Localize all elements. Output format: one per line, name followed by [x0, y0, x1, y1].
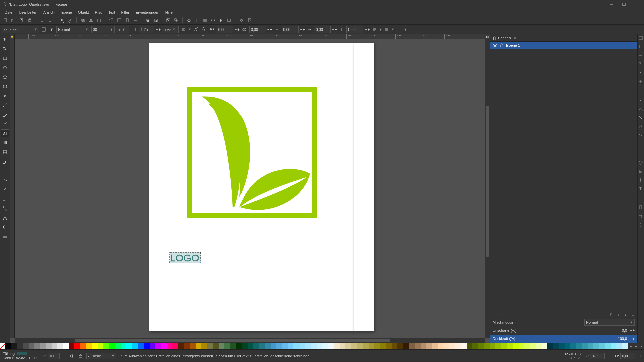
color-swatch[interactable] [98, 343, 103, 349]
menu-view[interactable]: Ansicht [41, 10, 58, 15]
color-swatch[interactable] [150, 343, 155, 349]
color-swatch[interactable] [351, 343, 357, 349]
lpe-tool[interactable] [1, 214, 9, 222]
color-swatch[interactable] [92, 343, 98, 349]
connector-tool[interactable] [1, 204, 9, 213]
snap-midpoint-button[interactable] [638, 70, 644, 76]
gradient-tool[interactable] [1, 139, 9, 147]
undo-button[interactable] [59, 17, 66, 24]
color-swatch[interactable] [461, 343, 467, 349]
save-button[interactable] [18, 17, 25, 24]
color-swatch[interactable] [63, 343, 69, 349]
font-unit-combo[interactable]: pt ▼ [116, 26, 129, 33]
color-swatch[interactable] [369, 343, 374, 349]
horizontal-scrollbar[interactable] [15, 338, 485, 343]
node-tool[interactable] [1, 45, 9, 53]
color-swatch[interactable] [559, 343, 565, 349]
color-swatch[interactable] [196, 343, 201, 349]
layer-selector[interactable]: -Ebene 1 ▼ [86, 353, 116, 359]
menu-file[interactable]: Datei [2, 10, 16, 15]
open-file-button[interactable] [10, 17, 17, 24]
mesh-tool[interactable] [1, 148, 9, 156]
dropper-tool[interactable] [1, 158, 9, 166]
color-swatch[interactable] [421, 343, 426, 349]
color-swatch[interactable] [397, 343, 403, 349]
palette-scroll-left[interactable]: ◄ [628, 343, 633, 349]
zoom-tool[interactable] [1, 223, 9, 231]
layers-dialog-button[interactable] [202, 17, 208, 24]
color-swatch[interactable] [536, 343, 541, 349]
color-swatch[interactable] [472, 343, 478, 349]
eraser-tool[interactable] [1, 195, 9, 203]
color-swatch[interactable] [34, 343, 40, 349]
color-swatch[interactable] [599, 343, 605, 349]
zoom-drawing-button[interactable] [116, 17, 123, 24]
color-swatch[interactable] [80, 343, 86, 349]
transform-button[interactable] [226, 17, 232, 24]
color-swatch[interactable] [443, 343, 449, 349]
rotation-control[interactable]: D: −+ [615, 353, 641, 359]
line-height-spinner[interactable]: −+ [156, 27, 161, 32]
snap-enable-button[interactable] [638, 36, 644, 41]
color-swatch[interactable] [74, 343, 80, 349]
color-swatch[interactable] [345, 343, 351, 349]
snap-line-button[interactable] [638, 141, 644, 147]
snap-path-button[interactable] [638, 107, 644, 112]
color-swatch[interactable] [201, 343, 207, 349]
color-swatch[interactable] [588, 343, 593, 349]
writing-mode-button[interactable] [383, 26, 390, 33]
chevron-down-icon[interactable]: ▼ [188, 28, 191, 31]
lower-bottom-button[interactable] [631, 313, 635, 316]
color-swatch[interactable] [593, 343, 599, 349]
vertical-scrollbar[interactable] [485, 39, 490, 338]
color-swatch[interactable] [207, 343, 213, 349]
copy-button[interactable] [79, 17, 86, 24]
color-swatch[interactable] [524, 343, 530, 349]
color-swatch[interactable] [467, 343, 472, 349]
maximize-button[interactable] [618, 0, 630, 9]
color-swatch[interactable] [478, 343, 484, 349]
color-swatch[interactable] [46, 343, 51, 349]
color-swatch[interactable] [293, 343, 299, 349]
selector-tool[interactable] [1, 36, 9, 44]
lock-icon[interactable] [500, 43, 503, 47]
menu-layer[interactable]: Ebene [59, 10, 75, 15]
color-swatch[interactable] [69, 343, 74, 349]
color-swatch[interactable] [253, 343, 259, 349]
snap-grid-button[interactable] [638, 214, 644, 219]
color-swatch[interactable] [438, 343, 443, 349]
dx-field[interactable] [314, 26, 331, 33]
color-swatch[interactable] [392, 343, 397, 349]
color-swatch[interactable] [23, 343, 29, 349]
add-layer-button[interactable]: + [493, 312, 495, 317]
letter-spacing-field[interactable] [217, 26, 233, 33]
snap-bbox-button[interactable] [638, 44, 644, 50]
subscript-button[interactable]: Aa [201, 26, 207, 33]
line-unit-combo[interactable]: lines ▼ [162, 26, 179, 33]
zoom-selection-button[interactable] [108, 17, 115, 24]
menu-path[interactable]: Pfad [92, 10, 105, 15]
star-tool[interactable] [1, 73, 9, 81]
snap-cusp-button[interactable] [638, 124, 644, 129]
snap-other-button[interactable] [638, 160, 644, 166]
snap-node-button[interactable] [638, 98, 644, 103]
color-swatch[interactable] [317, 343, 322, 349]
color-swatch[interactable] [513, 343, 519, 349]
color-swatch[interactable] [582, 343, 588, 349]
cms-button[interactable]: ◧ [485, 34, 490, 39]
palette-menu-button[interactable]: ▸ [639, 343, 644, 349]
color-swatch[interactable] [553, 343, 559, 349]
snap-object-center-button[interactable] [638, 169, 644, 174]
color-swatch[interactable] [40, 343, 46, 349]
export-button[interactable] [47, 17, 53, 24]
color-swatch[interactable] [109, 343, 115, 349]
text-dialog-button[interactable]: T [194, 17, 200, 24]
color-swatch[interactable] [57, 343, 63, 349]
ruler-lock-icon[interactable]: 🔓 [10, 34, 15, 39]
snap-corner-button[interactable] [638, 62, 644, 67]
font-family-combo[interactable]: ▼ [2, 26, 39, 33]
color-swatch[interactable] [11, 343, 17, 349]
color-swatch[interactable] [519, 343, 524, 349]
horizontal-ruler[interactable]: -125-100-75-50-2502550751001251501752002… [15, 34, 485, 39]
color-swatch[interactable] [311, 343, 317, 349]
